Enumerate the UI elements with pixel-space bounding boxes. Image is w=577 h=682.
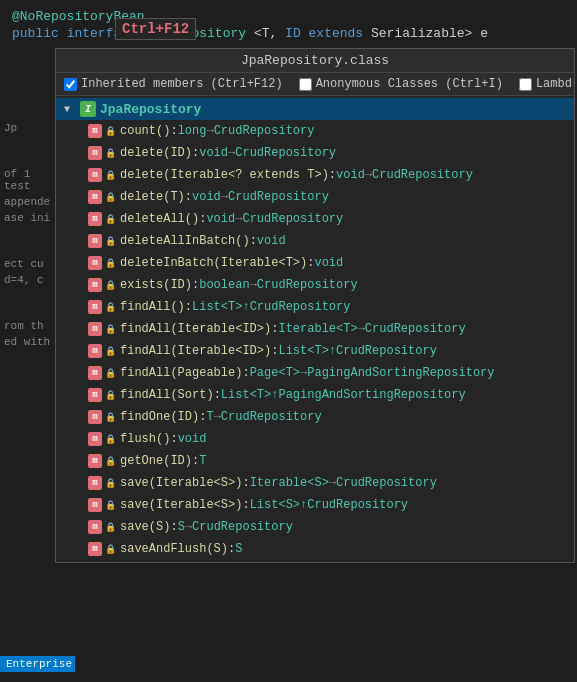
method-name: count() xyxy=(120,124,170,138)
method-colon: : xyxy=(307,256,314,270)
inherited-members-checkbox[interactable]: Inherited members (Ctrl+F12) xyxy=(64,77,283,91)
code-line-2: public interface JpaRepository <T, ID ex… xyxy=(0,25,577,42)
method-source: CrudRepository xyxy=(336,476,437,490)
method-arrow: ↑ xyxy=(329,344,336,358)
lambda-label: Lambd xyxy=(536,77,572,91)
method-item[interactable]: m🔒findAll(Iterable<ID>): List<T>↑CrudRep… xyxy=(56,340,574,362)
method-item[interactable]: m🔒deleteInBatch(Iterable<T>): void xyxy=(56,252,574,274)
method-colon: : xyxy=(214,388,221,402)
method-item[interactable]: m🔒save(Iterable<S>): Iterable<S>→CrudRep… xyxy=(56,472,574,494)
method-badge: m xyxy=(88,234,102,248)
anonymous-checkbox-input[interactable] xyxy=(299,78,312,91)
lock-icon: 🔒 xyxy=(104,323,116,335)
method-arrow: ↑ xyxy=(300,498,307,512)
inherited-label: Inherited members (Ctrl+F12) xyxy=(81,77,283,91)
method-colon: : xyxy=(242,476,249,490)
popup-window: JpaRepository.class Inherited members (C… xyxy=(55,48,575,563)
method-badge: m xyxy=(88,300,102,314)
root-label: JpaRepository xyxy=(100,102,201,117)
method-item[interactable]: m🔒delete(T): void→CrudRepository xyxy=(56,186,574,208)
lambda-checkbox-input[interactable] xyxy=(519,78,532,91)
method-badge: m xyxy=(88,344,102,358)
popup-toolbar: Inherited members (Ctrl+F12) Anonymous C… xyxy=(56,73,574,96)
method-item[interactable]: m🔒exists(ID): boolean→CrudRepository xyxy=(56,274,574,296)
lock-icon: 🔒 xyxy=(104,235,116,247)
method-colon: : xyxy=(271,344,278,358)
method-item[interactable]: m🔒delete(Iterable<? extends T>): void→Cr… xyxy=(56,164,574,186)
method-source: CrudRepository xyxy=(336,344,437,358)
keyword-public: public xyxy=(12,26,59,41)
method-badge: m xyxy=(88,146,102,160)
method-item[interactable]: m🔒saveAndFlush(S): S xyxy=(56,538,574,560)
method-item[interactable]: m🔒delete(ID): void→CrudRepository xyxy=(56,142,574,164)
method-item[interactable]: m🔒findAll(Sort): List<T>↑PagingAndSortin… xyxy=(56,384,574,406)
method-return-type: void xyxy=(192,190,221,204)
method-badge: m xyxy=(88,212,102,226)
method-item[interactable]: m🔒findAll(): List<T>↑CrudRepository xyxy=(56,296,574,318)
lock-icon: 🔒 xyxy=(104,125,116,137)
method-colon: : xyxy=(250,234,257,248)
method-badge: m xyxy=(88,322,102,336)
method-arrow: → xyxy=(235,212,242,226)
method-return-type: Iterable<S> xyxy=(250,476,329,490)
method-name: deleteAllInBatch() xyxy=(120,234,250,248)
method-item[interactable]: m🔒getOne(ID): T xyxy=(56,450,574,472)
anonymous-classes-checkbox[interactable]: Anonymous Classes (Ctrl+I) xyxy=(299,77,503,91)
method-item[interactable]: m🔒findOne(ID): T→CrudRepository xyxy=(56,406,574,428)
lock-icon: 🔒 xyxy=(104,301,116,313)
sidebar-label: d=4, c xyxy=(0,272,55,288)
method-source: CrudRepository xyxy=(242,212,343,226)
method-colon: : xyxy=(199,212,206,226)
method-colon: : xyxy=(192,146,199,160)
lock-icon: 🔒 xyxy=(104,345,116,357)
lock-icon: 🔒 xyxy=(104,543,116,555)
method-item[interactable]: m🔒deleteAllInBatch(): void xyxy=(56,230,574,252)
lock-icon: 🔒 xyxy=(104,389,116,401)
method-colon: : xyxy=(185,190,192,204)
method-name: findAll(Sort) xyxy=(120,388,214,402)
method-arrow: ↑ xyxy=(242,300,249,314)
method-source: CrudRepository xyxy=(192,520,293,534)
method-name: getOne(ID) xyxy=(120,454,192,468)
method-item[interactable]: m🔒deleteAll(): void→CrudRepository xyxy=(56,208,574,230)
lock-icon: 🔒 xyxy=(104,411,116,423)
method-item[interactable]: m🔒flush(): void xyxy=(56,428,574,450)
method-badge: m xyxy=(88,366,102,380)
method-arrow: → xyxy=(358,322,365,336)
method-arrow: → xyxy=(206,124,213,138)
root-tree-item[interactable]: ▼ I JpaRepository xyxy=(56,98,574,120)
method-item[interactable]: m🔒save(S): S→CrudRepository xyxy=(56,516,574,538)
method-colon: : xyxy=(271,322,278,336)
popup-title: JpaRepository.class xyxy=(241,53,389,68)
popup-title-bar: JpaRepository.class xyxy=(56,49,574,73)
method-arrow: → xyxy=(365,168,372,182)
method-name: findAll(Iterable<ID>) xyxy=(120,322,271,336)
method-source: CrudRepository xyxy=(214,124,315,138)
method-item[interactable]: m🔒findAll(Pageable): Page<T>→PagingAndSo… xyxy=(56,362,574,384)
method-badge: m xyxy=(88,124,102,138)
lambda-checkbox[interactable]: Lambd xyxy=(519,77,572,91)
sidebar-label: ase ini xyxy=(0,210,55,226)
method-item[interactable]: m🔒save(Iterable<S>): List<S>↑CrudReposit… xyxy=(56,494,574,516)
popup-container: JpaRepository.class Inherited members (C… xyxy=(55,48,577,682)
method-badge: m xyxy=(88,520,102,534)
lock-icon: 🔒 xyxy=(104,279,116,291)
inherited-checkbox-input[interactable] xyxy=(64,78,77,91)
expand-icon: ▼ xyxy=(64,104,80,115)
method-badge: m xyxy=(88,190,102,204)
method-name: deleteInBatch(Iterable<T>) xyxy=(120,256,307,270)
method-source: CrudRepository xyxy=(257,278,358,292)
method-item[interactable]: m🔒count(): long→CrudRepository xyxy=(56,120,574,142)
method-arrow: → xyxy=(250,278,257,292)
method-return-type: T xyxy=(199,454,206,468)
method-arrow: → xyxy=(214,410,221,424)
lock-icon: 🔒 xyxy=(104,147,116,159)
method-return-type: Page<T> xyxy=(250,366,300,380)
method-colon: : xyxy=(242,366,249,380)
tree-area[interactable]: ▼ I JpaRepository m🔒count(): long→CrudRe… xyxy=(56,96,574,562)
sidebar-label: ed with xyxy=(0,334,55,350)
method-name: saveAndFlush(S) xyxy=(120,542,228,556)
method-item[interactable]: m🔒findAll(Iterable<ID>): Iterable<T>→Cru… xyxy=(56,318,574,340)
method-name: save(Iterable<S>) xyxy=(120,498,242,512)
method-badge: m xyxy=(88,542,102,556)
